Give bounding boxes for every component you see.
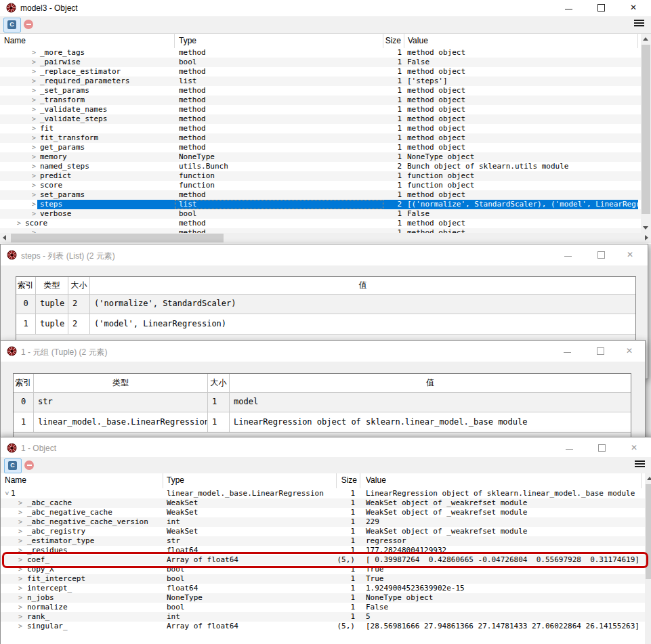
table-row[interactable]: 1 tuple 2 ('model', LinearRegression): [16, 314, 635, 335]
table-row[interactable]: > _abc_registry WeakSet 1 WeakSet object…: [1, 527, 645, 536]
expand-chevron-icon[interactable]: >: [32, 209, 36, 218]
table-row[interactable]: > _validate_names method 1 method object: [0, 105, 641, 114]
table-row[interactable]: > predict function 1 function object: [0, 171, 641, 181]
table-row[interactable]: > 1 linear_model._base.LinearRegression …: [1, 489, 645, 498]
header-value[interactable]: Value: [360, 473, 642, 488]
table-row[interactable]: > score method 1 method object: [0, 219, 641, 228]
maximize-button[interactable]: [595, 3, 608, 14]
expand-chevron-icon[interactable]: >: [3, 491, 12, 495]
expand-chevron-icon[interactable]: >: [32, 133, 36, 142]
show-callables-toggle[interactable]: C: [4, 458, 22, 473]
header-value[interactable]: Value: [404, 34, 638, 48]
table-row[interactable]: > intercept_ float64 1 1.924900452363990…: [1, 584, 645, 593]
table-row[interactable]: > score function 1 function object: [0, 181, 641, 190]
expand-chevron-icon[interactable]: >: [32, 190, 36, 199]
expand-chevron-icon[interactable]: >: [18, 536, 22, 545]
expand-chevron-icon[interactable]: >: [18, 622, 22, 630]
vertical-scrollbar[interactable]: [641, 34, 651, 233]
expand-chevron-icon[interactable]: >: [18, 603, 22, 611]
table-row[interactable]: > method 1 method object: [0, 228, 641, 233]
header-size[interactable]: 大小: [68, 277, 90, 295]
expand-chevron-icon[interactable]: >: [32, 124, 36, 133]
expand-chevron-icon[interactable]: >: [32, 143, 36, 152]
table-row[interactable]: > rank_ int 1 5: [1, 612, 645, 622]
scroll-right-icon[interactable]: [645, 235, 648, 240]
table-row[interactable]: > named_steps utils.Bunch 2 Bunch object…: [0, 162, 641, 171]
close-button[interactable]: ✕: [628, 443, 640, 454]
table-row[interactable]: > _pairwise bool 1 False: [0, 58, 641, 67]
header-size[interactable]: 大小: [208, 374, 230, 393]
table-row[interactable]: > singular_ Array of float64 (5,) [28.56…: [1, 622, 645, 631]
scrollbar-thumb[interactable]: [11, 234, 224, 242]
expand-chevron-icon[interactable]: >: [32, 86, 36, 95]
titlebar[interactable]: model3 - Object ✕: [0, 0, 651, 16]
table-row[interactable]: > _replace_estimator method 1 method obj…: [0, 67, 641, 77]
expand-chevron-icon[interactable]: >: [18, 498, 22, 507]
scroll-up-icon[interactable]: [647, 477, 651, 480]
table-row[interactable]: > _estimator_type str 1 regressor: [1, 536, 645, 546]
expand-chevron-icon[interactable]: >: [18, 612, 22, 621]
titlebar[interactable]: 1 - 元组 (Tuple) (2 元素) ✕: [1, 341, 645, 362]
show-special-attributes-toggle[interactable]: [24, 460, 35, 471]
table-row[interactable]: > _abc_negative_cache_version int 1 229: [1, 517, 645, 527]
table-row[interactable]: > _abc_negative_cache WeakSet 1 WeakSet …: [1, 508, 645, 517]
scroll-up-icon[interactable]: [643, 37, 648, 41]
expand-chevron-icon[interactable]: >: [18, 508, 22, 517]
expand-chevron-icon[interactable]: >: [32, 152, 36, 161]
close-button[interactable]: ✕: [624, 250, 636, 261]
minimize-button[interactable]: [562, 346, 574, 357]
header-index[interactable]: ˆ索引: [14, 374, 34, 393]
table-row[interactable]: > get_params method 1 method object: [0, 143, 641, 152]
expand-chevron-icon[interactable]: >: [18, 517, 22, 526]
titlebar[interactable]: steps - 列表 (List) (2 元素) ✕: [1, 244, 648, 265]
table-row[interactable]: > n_jobs NoneType 1 NoneType object: [1, 593, 645, 603]
expand-chevron-icon[interactable]: >: [18, 593, 22, 602]
expand-chevron-icon[interactable]: >: [32, 228, 36, 233]
table-row[interactable]: > fit method 1 method object: [0, 124, 641, 133]
show-special-attributes-toggle[interactable]: [23, 19, 34, 30]
table-row[interactable]: > steps list 2 [('normalize', StandardSc…: [0, 200, 641, 209]
table-row[interactable]: 1 linear_model._base.LinearRegression 1 …: [14, 412, 631, 433]
menu-icon[interactable]: [634, 20, 645, 29]
expand-chevron-icon[interactable]: >: [32, 200, 36, 209]
expand-chevron-icon[interactable]: >: [18, 584, 22, 593]
expand-chevron-icon[interactable]: >: [18, 574, 22, 583]
expand-chevron-icon[interactable]: >: [17, 219, 21, 228]
table-row[interactable]: > fit_intercept bool 1 True: [1, 574, 645, 584]
table-row[interactable]: > _transform method 1 method object: [0, 95, 641, 105]
minimize-button[interactable]: [563, 3, 575, 14]
table-row[interactable]: > normalize bool 1 False: [1, 603, 645, 612]
header-size[interactable]: Size: [337, 473, 360, 488]
expand-chevron-icon[interactable]: >: [32, 162, 36, 171]
expand-chevron-icon[interactable]: >: [32, 77, 36, 85]
expand-chevron-icon[interactable]: >: [32, 48, 36, 57]
close-button[interactable]: ✕: [623, 346, 635, 357]
titlebar[interactable]: 1 - Object ✕: [1, 438, 651, 457]
minimize-button[interactable]: [564, 443, 576, 454]
expand-chevron-icon[interactable]: >: [32, 171, 36, 180]
table-row[interactable]: > memory NoneType 1 NoneType object: [0, 152, 641, 162]
show-callables-toggle[interactable]: C: [3, 18, 21, 33]
table-row[interactable]: 0 str 1 model: [14, 392, 631, 412]
expand-chevron-icon[interactable]: >: [32, 181, 36, 190]
table-row[interactable]: > fit_transform method 1 method object: [0, 133, 641, 143]
scrollbar-thumb[interactable]: [642, 45, 650, 214]
expand-chevron-icon[interactable]: >: [32, 95, 36, 104]
header-size[interactable]: Size: [383, 34, 404, 48]
expand-chevron-icon[interactable]: >: [32, 105, 36, 114]
header-name[interactable]: Name: [0, 34, 175, 48]
header-value[interactable]: 值: [90, 277, 635, 295]
header-name[interactable]: Name: [1, 473, 163, 488]
expand-chevron-icon[interactable]: >: [32, 114, 36, 123]
table-row[interactable]: > _validate_steps method 1 method object: [0, 114, 641, 124]
expand-chevron-icon[interactable]: >: [32, 58, 36, 66]
expand-chevron-icon[interactable]: >: [32, 67, 36, 76]
expand-chevron-icon[interactable]: >: [18, 527, 22, 536]
close-button[interactable]: ✕: [627, 3, 639, 14]
maximize-button[interactable]: [595, 346, 607, 357]
table-row[interactable]: > _more_tags method 1 method object: [0, 48, 641, 58]
table-row[interactable]: > set_params method 1 method object: [0, 190, 641, 200]
maximize-button[interactable]: [595, 250, 608, 261]
header-type[interactable]: Type: [163, 473, 337, 488]
header-type[interactable]: 类型: [34, 374, 208, 393]
